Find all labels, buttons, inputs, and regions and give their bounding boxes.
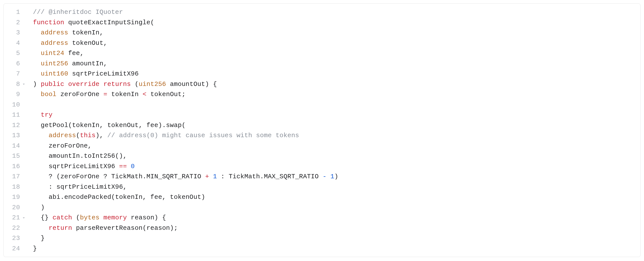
line-gutter: 123456789101112131415161718192021222324 (4, 4, 28, 257)
line-number: 24 (9, 244, 20, 254)
code-line[interactable]: uint160 sqrtPriceLimitX96 (33, 69, 640, 79)
code-token: ( (131, 80, 139, 88)
code-token: return (48, 224, 72, 232)
line-number: 15 (9, 151, 20, 162)
code-token: uint256 (139, 80, 166, 88)
code-line[interactable]: getPool(tokenIn, tokenOut, fee).swap( (33, 120, 640, 131)
code-line[interactable]: uint256 amountIn, (33, 59, 640, 69)
code-token: abi.encodePacked(tokenIn, fee, tokenOut) (48, 194, 205, 201)
code-line[interactable]: ) public override returns (uint256 amoun… (33, 79, 640, 90)
code-token: zeroForOne (56, 91, 104, 98)
code-line[interactable]: uint24 fee, (33, 48, 640, 59)
code-token: /// @inheritdoc IQuoter (33, 8, 123, 16)
code-line[interactable]: : sqrtPriceLimitX96, (33, 182, 640, 192)
code-line[interactable]: {} catch (bytes memory reason) { (33, 213, 640, 223)
code-token: getPool(tokenIn, tokenOut, fee).swap( (41, 122, 186, 129)
indent (33, 132, 48, 139)
code-line[interactable]: } (33, 244, 640, 254)
code-area[interactable]: /// @inheritdoc IQuoterfunction quoteExa… (28, 4, 640, 257)
code-token: override (68, 80, 99, 88)
indent (33, 152, 48, 160)
code-line[interactable]: function quoteExactInputSingle( (33, 18, 640, 28)
indent (33, 50, 41, 57)
gutter-line: 14 (4, 141, 28, 151)
indent (33, 122, 41, 129)
code-token: address (48, 132, 76, 139)
gutter-line: 7 (4, 69, 28, 79)
code-token (100, 214, 104, 222)
code-token: address (41, 29, 68, 36)
code-token: public (41, 80, 64, 88)
indent (33, 142, 48, 150)
gutter-line: 22 (4, 223, 28, 234)
code-token: parseRevertReason(reason); (72, 224, 178, 232)
code-token: 1 (213, 173, 217, 180)
code-line[interactable]: } (33, 233, 640, 244)
gutter-line: 11 (4, 110, 28, 120)
indent (33, 204, 41, 211)
code-token: amountOut) { (166, 80, 217, 88)
line-number: 17 (9, 172, 20, 182)
gutter-line: 16 (4, 162, 28, 172)
code-line[interactable]: address tokenOut, (33, 38, 640, 48)
code-token: amountIn, (68, 60, 107, 67)
indent (33, 163, 48, 170)
code-line[interactable]: try (33, 110, 640, 120)
gutter-line: 23 (4, 233, 28, 244)
code-token: < (143, 91, 147, 98)
code-token: uint24 (41, 50, 64, 57)
code-token (326, 173, 330, 180)
code-token: tokenOut; (146, 91, 186, 98)
code-token: amountIn.toInt256(), (48, 152, 127, 160)
gutter-line: 24 (4, 244, 28, 254)
code-token: - (322, 173, 326, 180)
gutter-line: 19 (4, 192, 28, 202)
code-token: // address(0) might cause issues with so… (107, 132, 299, 139)
gutter-line: 1 (4, 7, 28, 18)
code-line[interactable]: /// @inheritdoc IQuoter (33, 7, 640, 18)
code-token: = (103, 91, 107, 98)
line-number: 16 (9, 162, 20, 172)
gutter-line: 13 (4, 130, 28, 141)
code-line[interactable]: ) (33, 202, 640, 213)
gutter-line: 9 (4, 90, 28, 100)
line-number: 22 (9, 223, 20, 234)
code-token: memory (103, 214, 127, 222)
code-token: tokenIn (107, 91, 142, 98)
code-token: : sqrtPriceLimitX96, (48, 183, 127, 191)
code-line[interactable]: amountIn.toInt256(), (33, 151, 640, 162)
code-token: reason) { (127, 214, 166, 222)
indent (33, 173, 48, 180)
code-token: 1 (330, 173, 334, 180)
fold-toggle-icon[interactable] (22, 216, 26, 220)
line-number: 11 (9, 110, 20, 120)
line-number: 21 (9, 213, 20, 223)
code-line[interactable]: return parseRevertReason(reason); (33, 223, 640, 234)
line-number: 8 (9, 79, 20, 90)
code-token: ) (41, 204, 45, 211)
line-number: 9 (9, 90, 20, 100)
code-token: this (80, 132, 96, 139)
code-token: } (41, 234, 45, 242)
code-line[interactable]: abi.encodePacked(tokenIn, fee, tokenOut) (33, 192, 640, 202)
line-number: 3 (9, 28, 20, 38)
code-token: uint160 (41, 70, 68, 78)
code-token: tokenOut, (68, 39, 107, 47)
line-number: 1 (9, 7, 20, 18)
line-number: 23 (9, 233, 20, 244)
code-line[interactable]: bool zeroForOne = tokenIn < tokenOut; (33, 90, 640, 100)
fold-toggle-icon[interactable] (22, 83, 26, 86)
code-line[interactable]: sqrtPriceLimitX96 == 0 (33, 162, 640, 172)
indent (33, 111, 41, 118)
code-line[interactable]: zeroForOne, (33, 141, 640, 151)
code-token: try (41, 111, 52, 118)
indent (33, 224, 48, 232)
code-line[interactable] (33, 100, 640, 110)
indent (33, 214, 41, 222)
code-line[interactable]: ? (zeroForOne ? TickMath.MIN_SQRT_RATIO … (33, 172, 640, 182)
code-token: ) (33, 80, 41, 88)
code-line[interactable]: address(this), // address(0) might cause… (33, 130, 640, 141)
indent (33, 91, 41, 98)
gutter-line: 5 (4, 48, 28, 59)
code-line[interactable]: address tokenIn, (33, 28, 640, 38)
